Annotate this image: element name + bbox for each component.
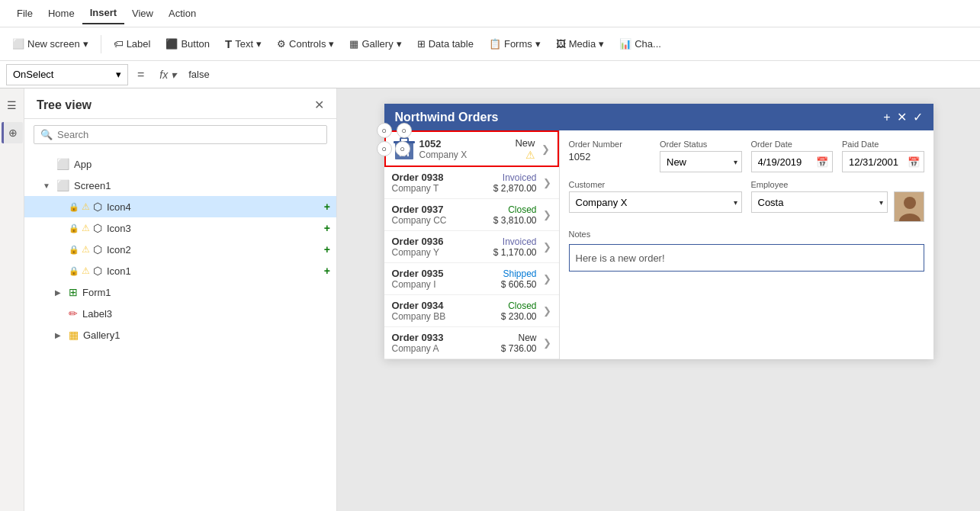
list-item[interactable]: Order 0938 Company T Invoiced $ 2,870.00… [384, 167, 559, 199]
menu-insert[interactable]: Insert [82, 2, 124, 24]
canvas-area: Northwind Orders + ✕ ✓ ○ ○ [337, 88, 980, 511]
hamburger-icon[interactable]: ☰ [2, 95, 23, 116]
button-icon: ⬛ [165, 38, 178, 50]
order-status-0934: Closed [501, 300, 537, 311]
fx-label[interactable]: fx ▾ [153, 69, 182, 81]
controls-chevron-icon: ▾ [329, 38, 334, 50]
gallery-button[interactable]: ▦ Gallery ▾ [343, 35, 407, 53]
order-status-field: Order Status New Invoiced Closed Shipped… [660, 140, 742, 172]
forms-button[interactable]: 📋 Forms ▾ [483, 35, 547, 53]
property-label: OnSelect [13, 69, 53, 80]
resize-handle-br: ○ [395, 141, 410, 156]
forms-icon: 📋 [489, 38, 501, 50]
icon1-label: Icon1 [107, 265, 324, 277]
arrow-0937: ❯ [543, 209, 551, 220]
media-button[interactable]: 🖼 Media ▾ [550, 35, 610, 53]
order-amount-0934: $ 230.00 [501, 311, 537, 322]
tree-item-icon4[interactable]: 🔒 ⚠ ⬡ Icon4 + [24, 196, 336, 217]
gallery-chevron-icon: ▾ [397, 38, 402, 50]
calendar-icon-date: 📅 [816, 156, 828, 168]
media-chevron-icon: ▾ [599, 38, 604, 50]
menu-action[interactable]: Action [161, 3, 204, 24]
lock-badge-icon3: 🔒 [69, 223, 79, 233]
expand-form1-icon[interactable]: ▶ [55, 288, 67, 297]
paid-date-field: Paid Date 📅 [842, 140, 924, 172]
notes-section: Notes [569, 230, 924, 272]
button-button[interactable]: ⬛ Button [159, 35, 216, 53]
expand-screen1-icon[interactable]: ▼ [43, 182, 55, 190]
menu-home[interactable]: Home [40, 3, 82, 24]
data-table-button[interactable]: ⊞ Data table [411, 35, 480, 53]
tree-item-gallery1[interactable]: ▶ ▦ Gallery1 [24, 324, 336, 345]
confirm-button[interactable]: ✓ [913, 110, 923, 124]
charts-icon: 📊 [619, 38, 631, 50]
search-input[interactable] [57, 129, 320, 140]
search-box: 🔍 [34, 125, 327, 144]
arrow-0936: ❯ [543, 241, 551, 252]
app-window: Northwind Orders + ✕ ✓ ○ ○ [384, 104, 933, 359]
employee-label: Employee [751, 180, 924, 189]
add-badge-icon2: + [324, 243, 330, 256]
notes-input[interactable] [569, 244, 924, 272]
tree-item-icon3[interactable]: 🔒 ⚠ ⬡ Icon3 + [24, 217, 336, 239]
order-company-0936: Company Y [392, 247, 493, 258]
main-area: ☰ ⊕ Tree view ✕ 🔍 ⬜ App [0, 88, 980, 511]
icon2-label: Icon2 [107, 244, 324, 256]
selected-order-item[interactable]: ○ ○ ○ ○ [384, 130, 559, 167]
layers-icon[interactable]: ⊕ [2, 122, 23, 143]
list-item[interactable]: Order 0934 Company BB Closed $ 230.00 ❯ [384, 295, 559, 327]
warning-icon: ⚠ [525, 149, 535, 161]
new-screen-button[interactable]: ⬜ New screen ▾ [6, 35, 95, 53]
order-status-0937: Closed [493, 204, 537, 215]
nw-header: Northwind Orders + ✕ ✓ [384, 104, 933, 130]
list-item[interactable]: Order 0936 Company Y Invoiced $ 1,170.00… [384, 231, 559, 263]
tree-item-form1[interactable]: ▶ ⊞ Form1 [24, 281, 336, 303]
employee-avatar-svg [895, 192, 924, 222]
customer-select[interactable]: Company X [569, 191, 742, 213]
charts-button[interactable]: 📊 Cha... [613, 35, 667, 53]
tree-item-icon2[interactable]: 🔒 ⚠ ⬡ Icon2 + [24, 239, 336, 260]
order-status-select[interactable]: New Invoiced Closed Shipped [660, 151, 742, 172]
icon2-icon: ⬡ [93, 243, 102, 256]
property-chevron-icon: ▾ [116, 69, 121, 80]
menu-view[interactable]: View [124, 3, 161, 24]
tree-item-screen1[interactable]: ▼ ⬜ Screen1 [24, 175, 336, 196]
icon-overlay: ○ ○ ○ ○ [377, 123, 412, 138]
text-button[interactable]: T Text ▾ [219, 34, 268, 53]
arrow-0935: ❯ [543, 273, 551, 284]
label-button[interactable]: 🏷 Label [108, 35, 157, 53]
menu-file[interactable]: File [9, 3, 40, 24]
list-item[interactable]: Order 0933 Company A New $ 736.00 ❯ [384, 327, 559, 359]
tree-item-app[interactable]: ⬜ App [24, 153, 336, 175]
fx-chevron-icon: ▾ [171, 69, 176, 81]
property-dropdown[interactable]: OnSelect ▾ [6, 64, 128, 85]
forms-chevron-icon: ▾ [535, 38, 541, 50]
list-item[interactable]: Order 0935 Company I Shipped $ 606.50 ❯ [384, 263, 559, 295]
order-amount-0936: $ 1,170.00 [493, 247, 537, 258]
list-item[interactable]: Order 0937 Company CC Closed $ 3,810.00 … [384, 199, 559, 231]
paid-date-label: Paid Date [842, 140, 924, 149]
order-number-0935: Order 0935 [392, 268, 501, 279]
employee-select[interactable]: Costa [751, 191, 888, 213]
sidebar-icons: ☰ ⊕ [0, 88, 24, 511]
tree-item-icon1[interactable]: 🔒 ⚠ ⬡ Icon1 + [24, 260, 336, 281]
controls-button[interactable]: ⚙ Controls ▾ [271, 35, 340, 53]
selected-order-company: Company X [419, 149, 516, 160]
add-button[interactable]: + [883, 110, 890, 124]
expand-gallery1-icon[interactable]: ▶ [55, 331, 67, 339]
search-icon: 🔍 [40, 129, 53, 140]
close-button[interactable]: ✕ [897, 110, 907, 124]
detail-row-1: Order Number 1052 Order Status New Invoi… [569, 140, 924, 172]
warning-badge-icon1: ⚠ [82, 265, 90, 276]
screen-icon: ⬜ [56, 179, 69, 191]
formula-input[interactable] [185, 69, 974, 80]
media-icon: 🖼 [556, 38, 566, 50]
order-number-0934: Order 0934 [392, 300, 501, 311]
warning-badge-icon4: ⚠ [82, 201, 90, 212]
warning-badge-icon3: ⚠ [82, 223, 90, 233]
tree-item-label3[interactable]: ✏ Label3 [24, 303, 336, 324]
text-chevron-icon: ▾ [256, 38, 262, 50]
sidebar-close-button[interactable]: ✕ [314, 98, 324, 112]
order-date-label: Order Date [751, 140, 834, 149]
add-badge-icon4: + [324, 201, 330, 213]
